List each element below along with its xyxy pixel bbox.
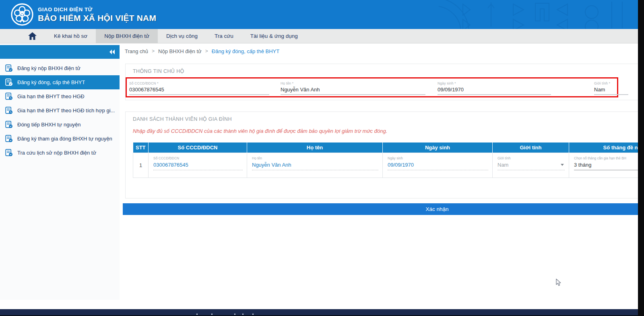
member-row: 1 Số CCCD/ĐDCN 030067876545 Họ tên Nguyễ… xyxy=(133,153,644,178)
members-table: STT Số CCCD/ĐDCN Họ tên Ngày sinh Giới t… xyxy=(133,143,644,178)
member-dob-cell: Ngày sinh 09/09/1970 xyxy=(383,153,493,178)
screen: GIAO DỊCH ĐIỆN TỬ BẢO HIỂM XÃ HỘI VIỆT N… xyxy=(0,0,644,316)
document-check-icon xyxy=(5,149,13,157)
member-months-cell: Chọn số tháng cần gia hạn thẻ BH 3 tháng xyxy=(569,153,644,178)
owner-name-field: Họ tên * Nguyễn Văn Anh xyxy=(281,81,438,95)
member-name-input[interactable]: Nguyễn Văn Anh xyxy=(252,160,378,170)
sidebar-item-label: Đăng ký tham gia đóng BHXH tự nguyện xyxy=(17,136,112,142)
owner-gender-label: Giới tính * xyxy=(594,81,628,85)
breadcrumb-home[interactable]: Trang chủ xyxy=(125,48,148,54)
member-name-label: Họ tên xyxy=(252,156,378,160)
nav-item-nop-bhxh-dien-tu[interactable]: Nộp BHXH điện tử xyxy=(96,29,158,43)
owner-dob-field: Ngày sinh * 09/09/1970 xyxy=(438,81,594,95)
owner-cccd-field: Số CCCD/ĐDCN * 030067876545 xyxy=(129,81,281,95)
sidebar-item-tra-cuu-lich-su[interactable]: Tra cứu lịch sử nộp BHXH điện tử xyxy=(0,146,120,160)
footer-clipped-text-dot xyxy=(242,314,244,315)
footer-clipped-text-dot xyxy=(211,314,213,315)
owner-cccd-label: Số CCCD/ĐDCN * xyxy=(129,81,281,85)
owner-gender-input[interactable]: Nam xyxy=(594,85,628,95)
owner-name-label: Họ tên * xyxy=(281,81,438,85)
sidebar-item-label: Đăng ký đóng, cấp thẻ BHYT xyxy=(17,79,85,85)
sidebar-header xyxy=(0,45,120,59)
nav-item-tra-cuu[interactable]: Tra cứu xyxy=(206,29,242,43)
main-nav: Kê khai hồ sơ Nộp BHXH điện tử Dịch vụ c… xyxy=(0,29,644,43)
app-subtitle: GIAO DỊCH ĐIỆN TỬ xyxy=(38,6,156,12)
owner-section-title: THÔNG TIN CHỦ HỘ xyxy=(133,68,644,74)
members-table-header-row: STT Số CCCD/ĐDCN Họ tên Ngày sinh Giới t… xyxy=(133,143,644,153)
breadcrumb-section[interactable]: Nộp BHXH điện tử xyxy=(158,48,202,54)
member-gender-select[interactable]: Nam xyxy=(497,160,565,170)
member-name-cell: Họ tên Nguyễn Văn Anh xyxy=(247,153,383,178)
sidebar: Đăng ký nộp BHXH điện tử Đăng ký đóng, c… xyxy=(0,43,120,309)
sidebar-item-label: Gia hạn thẻ BHYT theo HGĐ xyxy=(17,93,85,99)
member-cccd-cell: Số CCCD/ĐDCN 030067876545 xyxy=(149,153,247,178)
sidebar-item-gia-han-the-bhyt-hgd-tich-hop[interactable]: Gia hạn thẻ BHYT theo HGĐ tích hợp gi... xyxy=(0,103,120,118)
mouse-cursor xyxy=(556,279,562,287)
member-dob-label: Ngày sinh xyxy=(388,156,488,160)
double-chevron-left-icon xyxy=(109,49,115,55)
breadcrumb-separator: > xyxy=(205,48,208,54)
sidebar-item-dang-ky-dong-cap-the-bhyt[interactable]: Đăng ký đóng, cấp thẻ BHYT xyxy=(0,75,120,89)
chevron-down-icon xyxy=(561,164,564,166)
member-dob-input[interactable]: 09/09/1970 xyxy=(388,160,488,170)
vss-logo-icon xyxy=(10,3,34,26)
app-title-block: GIAO DỊCH ĐIỆN TỬ BẢO HIỂM XÃ HỘI VIỆT N… xyxy=(38,6,156,23)
document-check-icon xyxy=(5,78,13,86)
vss-logo: GIAO DỊCH ĐIỆN TỬ BẢO HIỂM XÃ HỘI VIỆT N… xyxy=(10,3,156,26)
breadcrumb-current: Đăng ký đóng, cấp thẻ BHYT xyxy=(212,48,279,54)
home-icon xyxy=(28,32,37,40)
breadcrumb-separator: > xyxy=(152,48,155,54)
sidebar-item-label: Gia hạn thẻ BHYT theo HGĐ tích hợp gi... xyxy=(17,107,115,114)
owner-dob-input[interactable]: 09/09/1970 xyxy=(438,85,551,95)
member-months-label: Chọn số tháng cần gia hạn thẻ BH xyxy=(574,156,644,160)
sidebar-item-label: Đăng ký nộp BHXH điện tử xyxy=(17,65,80,71)
owner-info-card: THÔNG TIN CHỦ HỘ Số CCCD/ĐDCN * 03006787… xyxy=(125,64,644,100)
footer-clipped-text-dot xyxy=(252,314,254,315)
member-months-select[interactable]: 3 tháng xyxy=(574,160,644,170)
content-row: Đăng ký nộp BHXH điện tử Đăng ký đóng, c… xyxy=(0,43,644,309)
nav-item-dich-vu-cong[interactable]: Dịch vụ công xyxy=(158,29,206,43)
member-gender-cell: Giới tính Nam xyxy=(493,153,569,178)
sidebar-menu: Đăng ký nộp BHXH điện tử Đăng ký đóng, c… xyxy=(0,61,120,160)
document-check-icon xyxy=(5,135,13,143)
col-header-stt: STT xyxy=(133,143,149,153)
sidebar-item-dang-ky-tham-gia-dong-bhxh[interactable]: Đăng ký tham gia đóng BHXH tự nguyện xyxy=(0,132,120,146)
sidebar-item-label: Đóng tiếp BHXH tự nguyện xyxy=(17,122,81,128)
footer-clipped-text-dot xyxy=(234,314,235,315)
app-title: BẢO HIỂM XÃ HỘI VIỆT NAM xyxy=(38,13,156,23)
document-check-icon xyxy=(5,121,13,128)
app-header: GIAO DỊCH ĐIỆN TỬ BẢO HIỂM XÃ HỘI VIỆT N… xyxy=(0,0,644,29)
col-header-months: Số tháng đề nghị g xyxy=(569,143,644,153)
database-clock-icon xyxy=(5,93,13,100)
member-cccd-input[interactable]: 030067876545 xyxy=(153,160,243,170)
members-section-title: DANH SÁCH THÀNH VIÊN HỘ GIA ĐÌNH xyxy=(133,116,644,122)
screen-right-edge xyxy=(638,0,644,316)
owner-dob-label: Ngày sinh * xyxy=(438,81,594,85)
household-members-card: DANH SÁCH THÀNH VIÊN HỘ GIA ĐÌNH Nhập đầ… xyxy=(125,112,644,198)
col-header-name: Họ tên xyxy=(247,143,383,153)
home-button[interactable] xyxy=(19,29,45,43)
owner-fields-highlight-box: Số CCCD/ĐDCN * 030067876545 Họ tên * Ngu… xyxy=(126,77,618,97)
confirm-button[interactable]: Xác nhận xyxy=(123,203,644,215)
member-cccd-label: Số CCCD/ĐDCN xyxy=(153,156,243,160)
col-header-cccd: Số CCCD/ĐDCN xyxy=(149,143,247,153)
footer-clipped-text-dot xyxy=(196,314,198,315)
members-table-wrap: STT Số CCCD/ĐDCN Họ tên Ngày sinh Giới t… xyxy=(133,143,644,178)
main-content: Trang chủ > Nộp BHXH điện tử > Đăng ký đ… xyxy=(120,43,644,309)
member-stt: 1 xyxy=(133,153,149,178)
nav-item-ke-khai-ho-so[interactable]: Kê khai hồ sơ xyxy=(45,29,96,43)
database-clock-icon xyxy=(5,107,13,114)
members-note: Nhập đầy đủ số CCCD/ĐDCN của các thành v… xyxy=(133,128,644,134)
owner-name-input[interactable]: Nguyễn Văn Anh xyxy=(281,85,425,95)
sidebar-item-dong-tiep-bhxh-tu-nguyen[interactable]: Đóng tiếp BHXH tự nguyện xyxy=(0,118,120,132)
col-header-gender: Giới tính xyxy=(493,143,569,153)
sidebar-item-gia-han-the-bhyt-hgd[interactable]: Gia hạn thẻ BHYT theo HGĐ xyxy=(0,89,120,103)
owner-gender-field: Giới tính * Nam xyxy=(594,81,628,95)
sidebar-item-dang-ky-nop-bhxh[interactable]: Đăng ký nộp BHXH điện tử xyxy=(0,61,120,75)
col-header-dob: Ngày sinh xyxy=(383,143,493,153)
document-check-icon xyxy=(5,64,13,72)
sidebar-collapse-button[interactable] xyxy=(108,48,116,56)
nav-item-tai-lieu-ung-dung[interactable]: Tài liệu & ứng dụng xyxy=(242,29,306,43)
dongson-drum-pattern xyxy=(439,0,640,29)
owner-cccd-input[interactable]: 030067876545 xyxy=(129,85,269,95)
